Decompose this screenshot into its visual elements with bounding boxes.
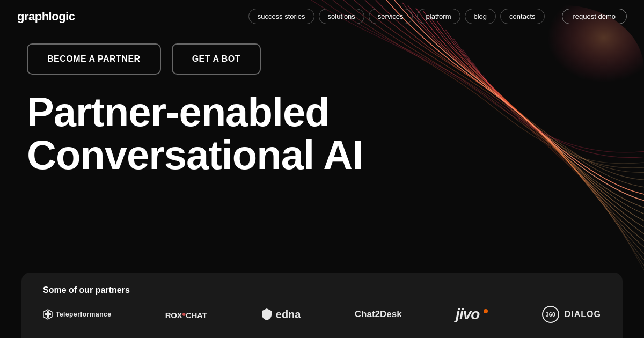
teleperformance-label: Teleperformance (56, 311, 111, 318)
hero-headline-line1: Partner-enabled (27, 89, 330, 135)
dialog360-circle-icon: 360 (542, 306, 559, 323)
partner-roxchat: ROX•CHAT (165, 309, 207, 320)
roxchat-dot: • (182, 308, 186, 320)
navbar: graphlogic success stories solutions ser… (0, 0, 644, 33)
become-partner-button[interactable]: BECOME A PARTNER (27, 43, 161, 75)
edna-icon (261, 308, 273, 321)
partners-section: Some of our partners Teleperformance ROX… (21, 273, 623, 338)
jivo-dot-icon (484, 309, 488, 313)
hero-buttons-row: BECOME A PARTNER GET A BOT (27, 43, 617, 75)
partners-title: Some of our partners (43, 285, 601, 295)
partner-edna: edna (261, 308, 301, 321)
partners-logos-row: Teleperformance ROX•CHAT edna Chat2Desk … (43, 306, 601, 323)
nav-platform[interactable]: platform (417, 9, 460, 24)
dialog360-label: DIALOG (565, 310, 601, 319)
hero-headline-line2: Conversational AI (27, 132, 363, 178)
get-bot-button[interactable]: GET A BOT (172, 43, 261, 75)
partner-360dialog: 360 DIALOG (542, 306, 601, 323)
nav-success-stories[interactable]: success stories (248, 9, 314, 24)
hero-section: BECOME A PARTNER GET A BOT Partner-enabl… (0, 33, 644, 177)
roxchat-label: ROX•CHAT (165, 309, 207, 320)
partner-teleperformance: Teleperformance (43, 309, 111, 320)
svg-rect-2 (45, 313, 51, 315)
nav-links: success stories solutions services platf… (248, 9, 545, 24)
brand-logo[interactable]: graphlogic (17, 10, 75, 24)
nav-contacts[interactable]: contacts (500, 9, 544, 24)
hero-headline: Partner-enabled Conversational AI (27, 91, 402, 177)
jivo-label: jivo (456, 306, 479, 323)
request-demo-button[interactable]: request demo (562, 9, 627, 24)
partner-jivo: jivo (456, 306, 488, 323)
edna-label: edna (276, 308, 301, 321)
nav-solutions[interactable]: solutions (319, 9, 364, 24)
partner-chat2desk: Chat2Desk (355, 309, 402, 320)
nav-services[interactable]: services (369, 9, 413, 24)
teleperformance-icon (43, 309, 53, 320)
nav-blog[interactable]: blog (465, 9, 496, 24)
chat2desk-label: Chat2Desk (355, 309, 402, 320)
